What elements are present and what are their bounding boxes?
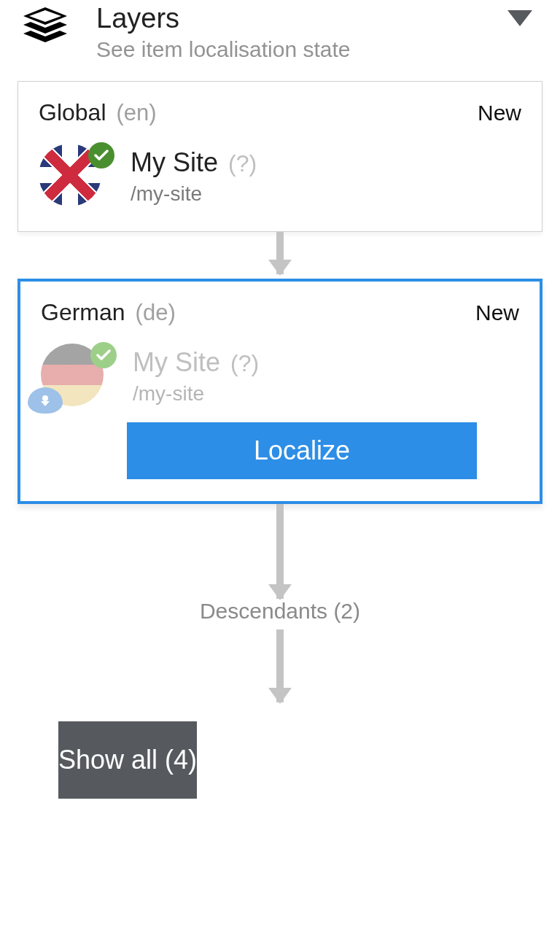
layer-name: German	[41, 299, 125, 326]
layer-status: New	[478, 101, 521, 125]
arrow-down-icon	[276, 232, 284, 274]
layer-card-head: Global (en) New	[39, 99, 521, 126]
show-all-button[interactable]: Show all (4)	[58, 721, 197, 799]
cloud-download-icon	[28, 387, 63, 414]
site-path: /my-site	[133, 382, 259, 406]
site-info: My Site (?) /my-site	[131, 147, 257, 206]
layer-card-german[interactable]: German (de) New My Site (?) /my-site Loc…	[18, 279, 542, 504]
layer-name: Global	[39, 99, 106, 126]
site-path: /my-site	[131, 182, 257, 206]
svg-marker-4	[508, 10, 532, 26]
header-text: Layers See item localisation state	[96, 3, 508, 62]
svg-marker-6	[41, 401, 50, 406]
help-icon[interactable]: (?)	[228, 150, 257, 177]
site-info: My Site (?) /my-site	[133, 347, 259, 406]
layer-card-head: German (de) New	[41, 299, 519, 326]
panel-subtitle: See item localisation state	[96, 37, 508, 62]
layers-icon	[22, 7, 69, 53]
check-icon	[88, 142, 114, 168]
panel-header: Layers See item localisation state	[0, 0, 560, 62]
flag-de-icon	[41, 344, 111, 409]
layer-status: New	[475, 301, 519, 325]
panel-title: Layers	[96, 3, 508, 34]
layer-code: (de)	[136, 300, 176, 326]
help-icon[interactable]: (?)	[230, 350, 259, 377]
localize-button[interactable]: Localize	[127, 422, 477, 479]
site-title: My Site	[133, 347, 220, 378]
check-icon	[90, 342, 117, 368]
descendants-label: Descendants (2)	[0, 599, 560, 624]
layer-code: (en)	[117, 100, 157, 126]
arrow-down-icon	[276, 504, 284, 599]
arrow-down-icon	[276, 629, 284, 702]
layer-card-global[interactable]: Global (en) New My Site (?) /my-site	[18, 81, 542, 232]
collapse-toggle[interactable]	[508, 10, 532, 31]
svg-point-5	[42, 395, 48, 401]
site-title: My Site	[131, 147, 218, 178]
flag-uk-icon	[39, 144, 109, 209]
